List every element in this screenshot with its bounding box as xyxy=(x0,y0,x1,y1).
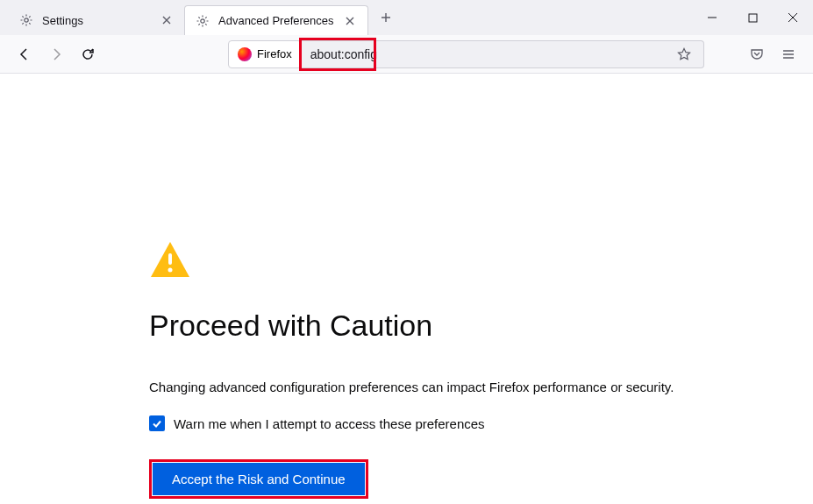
tab-label: Advanced Preferences xyxy=(218,14,334,27)
url-text: about:config xyxy=(310,47,377,61)
close-icon xyxy=(345,16,355,26)
hamburger-icon xyxy=(781,47,795,61)
back-button[interactable] xyxy=(11,40,39,68)
url-bar[interactable]: about:config xyxy=(302,40,704,68)
annotation-highlight: Accept the Risk and Continue xyxy=(149,459,368,499)
svg-point-0 xyxy=(25,18,28,22)
tab-close-button[interactable] xyxy=(343,14,357,28)
tab-label: Settings xyxy=(42,14,83,27)
pocket-button[interactable] xyxy=(743,40,771,68)
page-title: Proceed with Caution xyxy=(149,309,725,343)
firefox-logo-icon xyxy=(238,47,252,61)
minimize-icon xyxy=(707,12,717,23)
warn-checkbox[interactable] xyxy=(149,415,165,431)
checkmark-icon xyxy=(152,418,162,429)
accept-risk-button[interactable]: Accept the Risk and Continue xyxy=(153,463,365,495)
arrow-left-icon xyxy=(18,47,32,61)
warn-checkbox-row: Warn me when I attempt to access these p… xyxy=(149,415,725,431)
plus-icon xyxy=(380,11,392,24)
star-icon xyxy=(677,47,691,61)
tab-bar: Settings Advanced Preferences xyxy=(0,0,813,35)
window-controls xyxy=(692,0,813,35)
close-icon xyxy=(161,15,172,25)
reload-button[interactable] xyxy=(74,40,102,68)
tab-close-button[interactable] xyxy=(160,13,174,27)
minimize-button[interactable] xyxy=(692,0,732,35)
forward-button[interactable] xyxy=(42,40,70,68)
svg-rect-3 xyxy=(168,253,172,265)
pocket-icon xyxy=(750,47,764,61)
warning-icon xyxy=(149,240,725,282)
svg-rect-2 xyxy=(749,14,757,22)
close-window-button[interactable] xyxy=(773,0,813,35)
gear-icon xyxy=(196,14,210,28)
tab-settings[interactable]: Settings xyxy=(9,5,184,35)
arrow-right-icon xyxy=(49,47,63,61)
gear-icon xyxy=(19,13,33,27)
maximize-button[interactable] xyxy=(732,0,773,35)
identity-label: Firefox xyxy=(257,47,292,60)
close-icon xyxy=(788,12,798,23)
svg-point-1 xyxy=(201,18,204,22)
maximize-icon xyxy=(748,13,758,23)
reload-icon xyxy=(81,47,95,61)
bookmark-button[interactable] xyxy=(674,44,695,65)
app-menu-button[interactable] xyxy=(774,40,802,68)
new-tab-button[interactable] xyxy=(374,5,398,30)
navigation-toolbar: Firefox about:config xyxy=(0,35,813,74)
warning-description: Changing advanced configuration preferen… xyxy=(149,380,725,394)
warn-checkbox-label: Warn me when I attempt to access these p… xyxy=(174,416,485,431)
content-area: Proceed with Caution Changing advanced c… xyxy=(0,74,813,499)
identity-box[interactable]: Firefox xyxy=(228,40,302,68)
svg-point-4 xyxy=(168,268,173,273)
tab-advanced-preferences[interactable]: Advanced Preferences xyxy=(184,5,368,35)
